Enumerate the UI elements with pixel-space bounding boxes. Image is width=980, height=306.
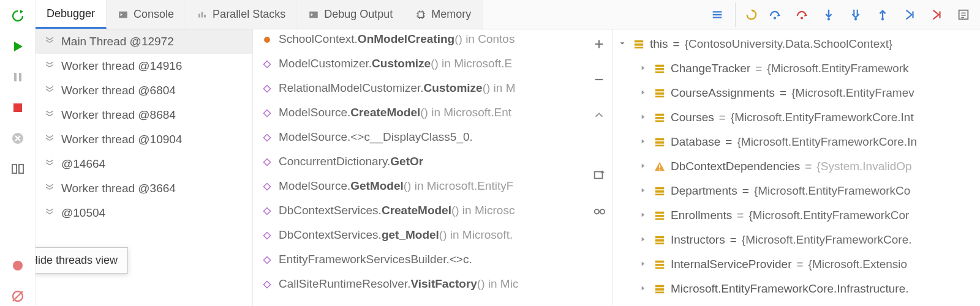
expander-closed-icon[interactable]	[639, 111, 649, 124]
thread-icon	[44, 84, 55, 98]
variable-row[interactable]: Enrollments = {Microsoft.EntityFramework…	[613, 203, 980, 228]
tab-label: Debugger	[47, 7, 95, 20]
expander-closed-icon[interactable]	[639, 160, 649, 173]
thread-row[interactable]: Worker thread @14916	[36, 54, 252, 78]
menu-icon[interactable]	[704, 2, 730, 27]
parallel-stacks-icon	[197, 9, 208, 20]
variable-row[interactable]: Instructors = {Microsoft.EntityFramework…	[613, 228, 980, 252]
pause-button[interactable]	[8, 67, 28, 87]
show-execution-point-button[interactable]	[735, 2, 761, 27]
cancel-button[interactable]	[8, 129, 28, 148]
thread-label: Worker thread @8684	[61, 108, 176, 122]
object-icon	[654, 259, 666, 270]
tab-console[interactable]: Console	[107, 0, 186, 29]
svg-rect-40	[659, 170, 660, 171]
stack-frame-row[interactable]: EntityFrameworkServicesBuilder.<>c.	[253, 250, 612, 274]
variable-row-root[interactable]: this = {ContosoUniversity.Data.SchoolCon…	[613, 32, 980, 56]
thread-row[interactable]: Worker thread @8684	[36, 103, 252, 127]
thread-row[interactable]: @10504	[36, 201, 252, 225]
resume-button[interactable]	[8, 37, 28, 56]
threads-view-toggle[interactable]	[8, 159, 28, 179]
add-icon[interactable]	[590, 35, 608, 53]
debugger-main: Debugger Console Parallel Stacks Debug O…	[36, 0, 980, 306]
object-icon	[654, 210, 666, 221]
variable-value: {Microsoft.EntityFrameworkCor	[748, 209, 909, 222]
expander-closed-icon[interactable]	[639, 62, 649, 75]
remove-icon[interactable]	[590, 71, 608, 88]
new-watch-icon[interactable]	[590, 166, 608, 184]
step-into-button[interactable]	[816, 2, 842, 27]
expander-closed-icon[interactable]	[639, 209, 649, 222]
disable-breakpoints-button[interactable]	[8, 286, 28, 306]
expander-closed-icon[interactable]	[639, 135, 649, 149]
step-out-button[interactable]	[870, 2, 895, 27]
stack-frame-row[interactable]: SchoolContext.OnModelCreating() in Conto…	[253, 29, 612, 54]
thread-row[interactable]: Worker thread @10904	[36, 127, 252, 152]
stack-frame-row[interactable]: DbContextServices.get_Model() in Microso…	[253, 225, 612, 250]
thread-row[interactable]: Main Thread @12972	[36, 29, 252, 54]
thread-label: Worker thread @10904	[61, 133, 182, 146]
stack-frame-row[interactable]: DbContextServices.CreateModel() in Micro…	[253, 201, 612, 225]
tab-memory[interactable]: Memory	[404, 0, 483, 29]
thread-row[interactable]: Worker thread @3664	[36, 176, 252, 201]
svg-rect-34	[655, 117, 664, 119]
variable-row[interactable]: InternalServiceProvider = {Microsoft.Ext…	[613, 252, 980, 277]
expander-closed-icon[interactable]	[639, 184, 649, 198]
svg-rect-35	[655, 121, 664, 122]
variable-row[interactable]: Departments = {Microsoft.EntityFramework…	[613, 179, 980, 203]
thread-row[interactable]: Worker thread @6804	[36, 78, 252, 103]
variable-row[interactable]: ChangeTracker = {Microsoft.EntityFramewo…	[613, 56, 980, 81]
thread-row[interactable]: @14664	[36, 152, 252, 176]
expander-open-icon[interactable]	[618, 37, 628, 51]
svg-rect-54	[655, 288, 664, 291]
variable-name: Courses	[671, 111, 714, 124]
step-over-button[interactable]	[762, 2, 788, 27]
rerun-button[interactable]	[8, 6, 28, 26]
collapse-up-icon[interactable]	[590, 106, 608, 124]
stack-frame-row[interactable]: ConcurrentDictionary.GetOr	[253, 152, 612, 176]
variable-value: {System.InvalidOp	[816, 160, 911, 173]
svg-rect-32	[655, 96, 664, 98]
stack-frame-row[interactable]: CallSiteRuntimeResolver.VisitFactory() i…	[253, 274, 612, 299]
svg-point-17	[854, 18, 857, 20]
mute-breakpoints-button[interactable]	[8, 256, 28, 275]
variable-row[interactable]: CourseAssignments = {Microsoft.EntityFra…	[613, 81, 980, 105]
variable-name: Microsoft.EntityFrameworkCore.Infrastruc…	[671, 282, 909, 296]
thread-icon	[44, 108, 55, 122]
expander-closed-icon[interactable]	[639, 86, 649, 100]
svg-rect-0	[14, 73, 17, 81]
expander-closed-icon[interactable]	[639, 258, 649, 271]
tab-debug-output[interactable]: Debug Output	[297, 0, 404, 29]
expander-closed-icon[interactable]	[639, 233, 649, 247]
tab-parallel-stacks[interactable]: Parallel Stacks	[186, 0, 297, 29]
thread-label: @14664	[61, 157, 105, 171]
skip-to-cursor-button[interactable]	[924, 2, 949, 27]
step-out-over-button[interactable]	[789, 2, 815, 27]
stack-frame-row[interactable]: ModelSource.CreateModel() in Microsoft.E…	[253, 103, 612, 127]
svg-point-14	[774, 17, 776, 19]
run-to-cursor-button[interactable]	[897, 2, 922, 27]
stack-frame-row[interactable]: ModelSource.<>c__DisplayClass5_0.	[253, 127, 612, 152]
stop-button[interactable]	[8, 98, 28, 118]
variable-value: {Microsoft.EntityFramev	[791, 86, 914, 100]
force-step-into-button[interactable]	[843, 2, 869, 27]
expander-closed-icon[interactable]	[639, 282, 649, 296]
frame-icon	[263, 58, 271, 72]
svg-rect-51	[655, 264, 664, 266]
variable-row[interactable]: Microsoft.EntityFrameworkCore.Infrastruc…	[613, 277, 980, 301]
variable-row[interactable]: Database = {Microsoft.EntityFrameworkCor…	[613, 130, 980, 154]
variable-row[interactable]: DbContextDependencies = {System.InvalidO…	[613, 154, 980, 179]
evaluate-button[interactable]	[951, 2, 976, 27]
tab-debugger[interactable]: Debugger	[36, 0, 107, 29]
stack-frame-row[interactable]: ModelCustomizer.Customize() in Microsoft…	[253, 54, 612, 78]
frame-icon	[263, 254, 271, 267]
svg-point-22	[595, 209, 599, 214]
variable-row[interactable]: Courses = {Microsoft.EntityFrameworkCore…	[613, 105, 980, 130]
thread-icon	[44, 35, 55, 49]
glasses-icon[interactable]	[590, 202, 608, 219]
object-icon	[654, 283, 666, 294]
stack-frame-row[interactable]: RelationalModelCustomizer.Customize() in…	[253, 78, 612, 103]
object-icon	[654, 136, 666, 147]
thread-icon	[44, 157, 55, 171]
stack-frame-row[interactable]: ModelSource.GetModel() in Microsoft.Enti…	[253, 176, 612, 201]
